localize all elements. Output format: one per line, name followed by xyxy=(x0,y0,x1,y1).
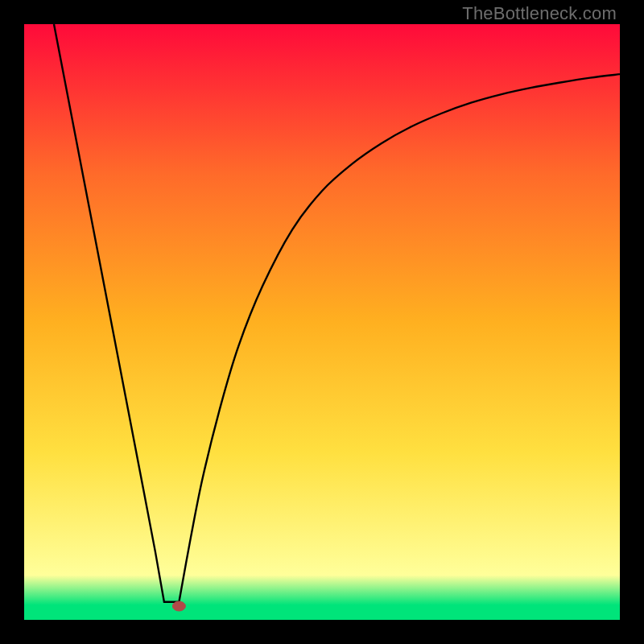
watermark-text: TheBottleneck.com xyxy=(462,3,617,24)
chart-frame xyxy=(24,24,620,620)
bottleneck-chart xyxy=(24,24,620,620)
optimum-marker xyxy=(172,601,185,611)
chart-background xyxy=(24,24,620,620)
